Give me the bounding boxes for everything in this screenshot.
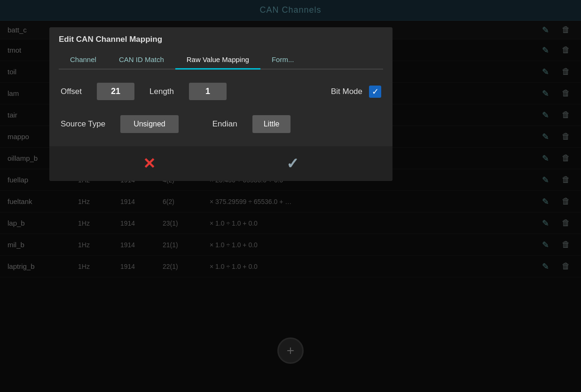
tab-can-id-match[interactable]: CAN ID Match	[108, 51, 175, 70]
source-endian-row: Source Type Unsigned Endian Little	[61, 115, 381, 133]
source-type-label: Source Type	[61, 119, 105, 129]
cancel-button[interactable]: ✕	[143, 155, 156, 172]
endian-button[interactable]: Little	[252, 115, 291, 133]
dialog-header: Edit CAN Channel Mapping ChannelCAN ID M…	[49, 27, 393, 70]
offset-length-row: Offset Length Bit Mode ✓	[61, 83, 381, 100]
bit-mode-area: Bit Mode ✓	[331, 86, 381, 98]
bit-mode-checkbox[interactable]: ✓	[369, 86, 381, 98]
checkmark-icon: ✓	[372, 86, 379, 97]
edit-dialog: Edit CAN Channel Mapping ChannelCAN ID M…	[49, 27, 393, 181]
source-type-button[interactable]: Unsigned	[120, 115, 179, 133]
endian-label: Endian	[212, 119, 237, 129]
bit-mode-label: Bit Mode	[331, 87, 362, 96]
offset-label: Offset	[61, 87, 82, 96]
dialog-title: Edit CAN Channel Mapping	[59, 35, 383, 44]
length-label: Length	[149, 87, 174, 96]
dialog-footer: ✕ ✓	[49, 146, 393, 181]
dialog-body: Offset Length Bit Mode ✓ Source Type Uns…	[49, 70, 393, 133]
tab-channel[interactable]: Channel	[59, 51, 108, 70]
tab-raw-value-mapping[interactable]: Raw Value Mapping	[175, 51, 260, 70]
tab-form...[interactable]: Form...	[260, 51, 306, 70]
confirm-button[interactable]: ✓	[286, 155, 299, 172]
dialog-tabs: ChannelCAN ID MatchRaw Value MappingForm…	[59, 51, 383, 70]
offset-input[interactable]	[97, 83, 134, 100]
length-input[interactable]	[189, 83, 227, 100]
